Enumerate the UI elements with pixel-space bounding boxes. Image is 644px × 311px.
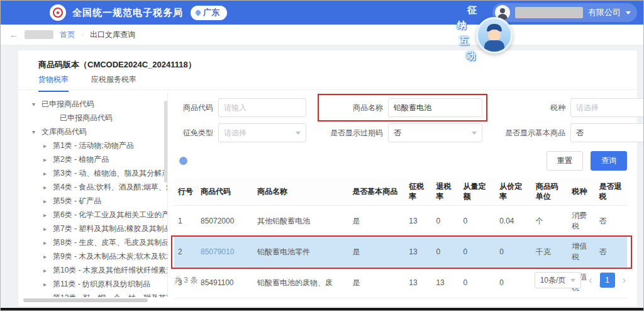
assistant-char: 纳 bbox=[457, 20, 467, 31]
cell-product-code: 85072000 bbox=[197, 206, 253, 237]
query-panel: 商品代码 商品名称 税种 请选择 征免类型 bbox=[174, 92, 627, 302]
caret-icon[interactable]: ▸ bbox=[43, 208, 50, 222]
filter-row-1: 商品代码 商品名称 税种 请选择 bbox=[174, 98, 627, 117]
query-button[interactable]: 查询 bbox=[591, 151, 627, 171]
breadcrumb: ← 首页 · 出口文库查询 bbox=[1, 25, 643, 45]
caret-icon[interactable]: ▸ bbox=[43, 195, 50, 208]
levy-exempt-field-group: 征免类型 请选择 bbox=[174, 123, 306, 142]
redacted-menu-item bbox=[25, 30, 53, 39]
caret-icon[interactable]: ▸ bbox=[43, 236, 50, 249]
main-card: 商品码版本（CMCODE2024C_20241118） 货物税率 应税服务税率 … bbox=[18, 50, 637, 306]
page-title: 商品码版本（CMCODE2024C_20241118） bbox=[38, 59, 196, 71]
tree-item-class-11[interactable]: ▸第11类 - 纺织原料及纺织制品 bbox=[23, 277, 167, 291]
chevron-down-icon bbox=[570, 279, 575, 282]
col-refund-rate: 退税率 bbox=[432, 178, 459, 206]
tree-item-declared-codes[interactable]: ▾已申报商品代码 bbox=[23, 97, 167, 111]
cell-price-rate: 0 bbox=[496, 237, 532, 268]
col-is-basic: 是否基本商品 bbox=[348, 178, 405, 206]
total-count-label: 共 3 条 bbox=[174, 275, 197, 286]
cell-product-code-link[interactable]: 85079010 bbox=[197, 237, 253, 268]
region-selector[interactable]: 广东 bbox=[191, 6, 227, 20]
caret-icon[interactable]: ▾ bbox=[32, 125, 38, 139]
table-row[interactable]: 1 85072000 其他铅酸蓄电池 是 13 0 0 0.04 个 消费税 否 bbox=[174, 206, 627, 237]
show-basic-select[interactable]: 否 bbox=[570, 123, 644, 142]
caret-icon[interactable]: ▸ bbox=[43, 153, 50, 166]
tree-item-class-10[interactable]: ▸第10类 - 木浆及其他纤维状纤维素浆;回收（废碎 bbox=[23, 263, 167, 277]
assistant-char: 互 bbox=[460, 35, 469, 47]
tab-divider bbox=[18, 89, 637, 90]
caret-icon[interactable]: ▸ bbox=[43, 291, 50, 297]
tree-item-class-7[interactable]: ▸第7类 - 塑料及其制品;橡胶及其制品 bbox=[23, 222, 167, 235]
product-code-input[interactable] bbox=[218, 98, 306, 117]
cell-levy-rate: 13 bbox=[405, 237, 432, 268]
cell-product-name: 其他铅酸蓄电池 bbox=[253, 206, 348, 237]
tree-item-class-5[interactable]: ▸第5类 - 矿产品 bbox=[23, 194, 167, 208]
col-price-rate: 从价定率 bbox=[496, 178, 532, 206]
page-size-select[interactable]: 10条/页 bbox=[535, 272, 582, 288]
chevron-down-icon bbox=[296, 132, 301, 135]
caret-icon[interactable]: ▸ bbox=[43, 139, 50, 152]
tree-item-library-codes[interactable]: ▾文库商品代码 bbox=[23, 125, 167, 139]
tree-item-class-6[interactable]: ▸第6类 - 化学工业及其相关工业的产品 bbox=[23, 208, 167, 222]
filter-row-2: 征免类型 请选择 是否显示过期码 否 是否显示基本商品 bbox=[174, 123, 627, 142]
caret-icon[interactable]: ▾ bbox=[32, 98, 38, 111]
region-label: 广东 bbox=[203, 7, 219, 18]
prev-page-icon[interactable]: ‹ bbox=[587, 274, 593, 286]
tree-vertical-scrollbar[interactable] bbox=[164, 101, 167, 183]
category-tree: ▾已申报商品代码 已申报商品代码 ▾文库商品代码 ▸第1类 - 活动物;动物产品… bbox=[23, 93, 168, 297]
levy-exempt-label: 征免类型 bbox=[174, 128, 213, 139]
app-header: ★ 全国统一规范电子税务局 广东 有限公司 bbox=[1, 1, 643, 25]
settings-icon[interactable] bbox=[179, 157, 187, 165]
tree-item-class-9[interactable]: ▸第9类 - 木及木制品;木炭;软木及软木制品;稻草 bbox=[23, 249, 167, 263]
breadcrumb-current: 出口文库查询 bbox=[90, 30, 135, 40]
window-bottom-edge bbox=[1, 308, 643, 310]
product-name-input[interactable] bbox=[388, 98, 482, 117]
col-is-refund: 是否退税 bbox=[596, 178, 627, 206]
levy-exempt-select[interactable]: 请选择 bbox=[218, 123, 306, 142]
tax-type-select[interactable]: 请选择 bbox=[570, 98, 644, 117]
assistant-char: 征 bbox=[467, 4, 477, 16]
caret-icon[interactable]: ▸ bbox=[43, 264, 50, 277]
cell-tax-type: 增值税 bbox=[568, 237, 595, 268]
cell-quantity-quota: 0 bbox=[460, 206, 496, 237]
assistant-char: 动 bbox=[466, 50, 475, 62]
col-product-code: 商品代码 bbox=[197, 178, 253, 206]
caret-icon[interactable]: ▸ bbox=[43, 222, 50, 235]
back-arrow-icon[interactable]: ← bbox=[9, 30, 18, 40]
product-name-label: 商品名称 bbox=[323, 103, 383, 113]
caret-icon[interactable]: ▸ bbox=[43, 250, 50, 263]
tree-item-class-4[interactable]: ▸第4类 - 食品;饮料、酒及醋;烟草、烟草及烟草代 bbox=[23, 180, 167, 194]
next-page-icon[interactable]: › bbox=[621, 274, 627, 286]
table-row-selected[interactable]: 2 85079010 铅酸蓄电池零件 是 13 0 0 0 千克 增值税 否 bbox=[174, 237, 627, 268]
breadcrumb-home[interactable]: 首页 bbox=[60, 30, 75, 40]
caret-icon[interactable]: ▸ bbox=[43, 181, 50, 194]
tree-item-class-1[interactable]: ▸第1类 - 活动物;动物产品 bbox=[23, 139, 167, 152]
tree-item-declared-codes-child[interactable]: 已申报商品代码 bbox=[23, 111, 167, 125]
product-code-field-group: 商品代码 bbox=[174, 98, 306, 117]
breadcrumb-separator: · bbox=[81, 30, 84, 39]
reset-button[interactable]: 重置 bbox=[547, 151, 583, 171]
show-expired-select[interactable]: 否 bbox=[388, 123, 482, 142]
caret-icon[interactable]: ▸ bbox=[43, 278, 50, 291]
cell-refund-rate: 0 bbox=[432, 206, 459, 237]
caret-icon[interactable]: ▸ bbox=[43, 167, 50, 180]
show-expired-field-group: 是否显示过期码 否 bbox=[323, 123, 482, 142]
cell-is-refund: 否 bbox=[596, 237, 627, 268]
tree-item-class-8[interactable]: ▸第8类 - 生皮、皮革、毛皮及其制品;鞍具及挽具 bbox=[23, 235, 167, 249]
cell-is-basic: 是 bbox=[348, 237, 405, 268]
pagination: 10条/页 ‹ 1 › bbox=[535, 272, 627, 288]
cell-quantity-quota: 0 bbox=[460, 237, 496, 268]
tree-horizontal-scrollbar[interactable] bbox=[23, 298, 148, 302]
page-number-button[interactable]: 1 bbox=[600, 273, 615, 288]
tax-type-field-group: 税种 请选择 bbox=[500, 98, 644, 117]
tree-item-class-2[interactable]: ▸第2类 - 植物产品 bbox=[23, 152, 167, 166]
cell-levy-rate: 13 bbox=[405, 206, 432, 237]
screenshot-frame: ★ 全国统一规范电子税务局 广东 有限公司 征 纳 互 动 ← 首页 · 出口文… bbox=[0, 0, 644, 311]
show-basic-label: 是否显示基本商品 bbox=[500, 128, 565, 139]
cell-is-refund: 否 bbox=[596, 206, 627, 237]
cell-product-name: 铅酸蓄电池零件 bbox=[253, 237, 348, 268]
interaction-assistant-widget[interactable]: 征 纳 互 动 bbox=[451, 1, 520, 64]
tree-item-class-3[interactable]: ▸第3类 - 动、植物油、脂及其分解产品;精制的食用 bbox=[23, 166, 167, 180]
table-header-row: 行号 商品代码 商品名称 是否基本商品 征税率 退税率 从量定额 从价定率 商品… bbox=[174, 178, 627, 206]
tree-item-class-12[interactable]: ▸第12类 - 鞋、帽、伞、杖、鞭及其零件;已加工的 bbox=[23, 291, 167, 297]
